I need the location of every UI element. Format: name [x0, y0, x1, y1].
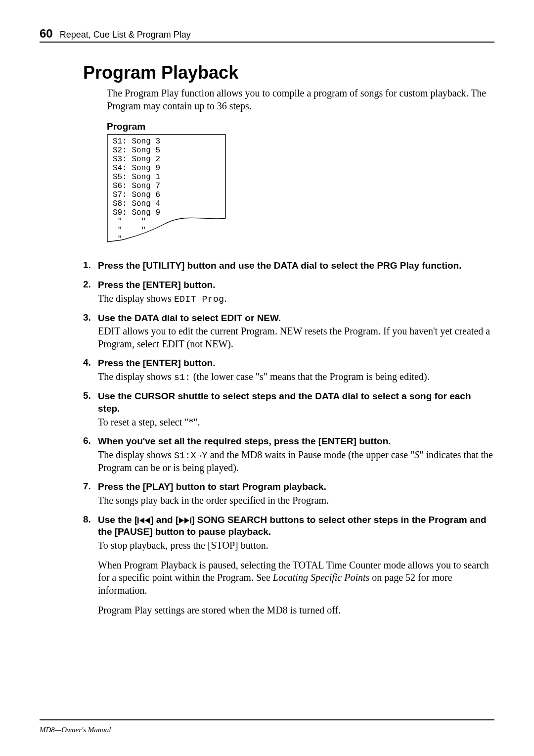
step-body-line: When Program Playback is paused, selecti… [98, 559, 494, 597]
step-body-line: To stop playback, press the [STOP] butto… [98, 539, 494, 552]
lcd-text: s1: [174, 373, 191, 382]
section-title: Program Playback [83, 62, 494, 83]
step-body-line: The display shows EDIT Prog. [98, 292, 494, 305]
step-body-line: EDIT allows you to edit the current Prog… [98, 325, 494, 350]
chapter-title: Repeat, Cue List & Program Play [60, 30, 191, 40]
italic-s: S [414, 449, 419, 460]
step-item: Press the [ENTER] button.The display sho… [83, 357, 494, 383]
step-body: The songs play back in the order specifi… [98, 494, 494, 507]
steps-list: Press the [UTILITY] button and use the D… [83, 260, 494, 616]
step-head: Use the CURSOR shuttle to select steps a… [98, 390, 494, 415]
step-head: Use the [] and [] SONG SEARCH buttons to… [98, 514, 494, 538]
step-item: Use the CURSOR shuttle to select steps a… [83, 390, 494, 428]
intro-paragraph: The Program Play function allows you to … [107, 87, 494, 112]
page-number: 60 [40, 27, 53, 41]
page: 60 Repeat, Cue List & Program Play Progr… [0, 0, 534, 756]
main-content: Program Playback The Program Play functi… [40, 62, 494, 616]
skip-fwd-icon [178, 517, 191, 524]
step-body-line: The songs play back in the order specifi… [98, 494, 494, 507]
step-body: The display shows S1:X→Y and the MD8 wai… [98, 449, 494, 474]
footer-rule [40, 719, 494, 720]
step-item: Press the [ENTER] button.The display sho… [83, 279, 494, 305]
footer-text: MD8—Owner's Manual [40, 726, 111, 734]
program-label: Program [107, 121, 494, 132]
svg-marker-4 [184, 518, 189, 523]
svg-marker-1 [139, 518, 144, 523]
svg-rect-5 [190, 518, 192, 523]
step-head: Press the [UTILITY] button and use the D… [98, 260, 494, 272]
lcd-text: S1:X→Y [174, 451, 208, 461]
step-body: The display shows s1: (the lower case "s… [98, 371, 494, 383]
step-body: To reset a step, select "*". [98, 416, 494, 429]
step-body: EDIT allows you to edit the current Prog… [98, 325, 494, 350]
step-item: Use the DATA dial to select EDIT or NEW.… [83, 312, 494, 351]
step-body: To stop playback, press the [STOP] butto… [98, 539, 494, 616]
step-item: Press the [UTILITY] button and use the D… [83, 260, 494, 272]
xref-italic: Locating Specific Points [273, 572, 370, 583]
step-body: The display shows EDIT Prog. [98, 292, 494, 305]
step-head: When you've set all the required steps, … [98, 435, 494, 448]
step-item: Press the [PLAY] button to start Program… [83, 481, 494, 507]
step-head: Press the [ENTER] button. [98, 357, 494, 370]
step-item: Use the [] and [] SONG SEARCH buttons to… [83, 514, 494, 616]
skip-back-icon [137, 517, 150, 524]
page-header: 60 Repeat, Cue List & Program Play [40, 27, 494, 43]
svg-marker-2 [145, 518, 150, 523]
step-item: When you've set all the required steps, … [83, 435, 494, 474]
step-body-line: The display shows s1: (the lower case "s… [98, 371, 494, 383]
svg-marker-3 [179, 518, 184, 523]
step-body-line: The display shows S1:X→Y and the MD8 wai… [98, 449, 494, 474]
svg-rect-0 [137, 518, 139, 523]
program-box: S1: Song 3 S2: Song 5 S3: Song 2 S4: Son… [107, 134, 235, 246]
step-body-line: Program Play settings are stored when th… [98, 604, 494, 617]
step-head: Use the DATA dial to select EDIT or NEW. [98, 312, 494, 325]
program-diagram: Program S1: Song 3 S2: Song 5 S3: Song 2… [107, 121, 494, 246]
step-head: Press the [ENTER] button. [98, 279, 494, 291]
lcd-text: EDIT Prog [174, 294, 224, 304]
program-list: S1: Song 3 S2: Song 5 S3: Song 2 S4: Son… [113, 137, 160, 244]
step-head: Press the [PLAY] button to start Program… [98, 481, 494, 493]
step-body-line: To reset a step, select "*". [98, 416, 494, 429]
